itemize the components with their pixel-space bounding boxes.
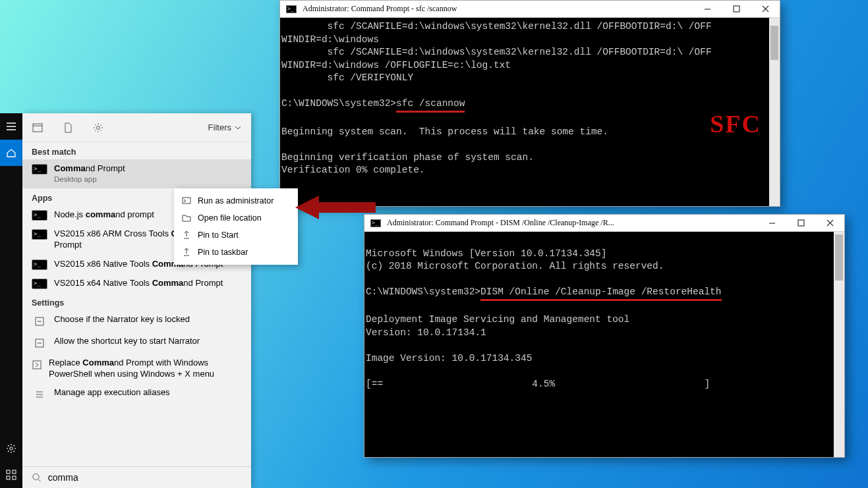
terminal-body[interactable]: sfc /SCANFILE=d:\windows\system32\kernel…	[280, 18, 780, 180]
svg-rect-9	[33, 361, 41, 369]
svg-rect-11	[183, 198, 190, 203]
svg-rect-1	[7, 470, 10, 474]
scrollbar[interactable]	[769, 18, 780, 206]
result-title: VS2015 x64 Native Tools Command Prompt	[54, 278, 223, 289]
svg-point-0	[10, 447, 13, 450]
apps-icon[interactable]	[0, 462, 22, 488]
cmd-icon	[32, 164, 47, 175]
dism-command: DISM /Online /Cleanup-Image /RestoreHeal…	[480, 286, 721, 301]
result-title: Node.js command prompt	[54, 209, 154, 221]
result-command-prompt[interactable]: Command Prompt Desktop app	[22, 159, 251, 188]
scroll-thumb[interactable]	[770, 26, 778, 60]
svg-rect-3	[7, 476, 10, 479]
window-title: Administrator: Command Prompt - sfc /sca…	[303, 3, 457, 14]
result-setting-replace-cmd[interactable]: Replace Command Prompt with Windows Powe…	[22, 354, 251, 384]
window-title: Administrator: Command Prompt - DISM /On…	[387, 217, 614, 228]
svg-point-6	[97, 126, 100, 129]
svg-rect-13	[734, 6, 739, 12]
result-title: Command Prompt	[54, 163, 125, 175]
apps-tab-icon[interactable]	[32, 122, 43, 134]
result-setting-narrator-lock[interactable]: Choose if the Narrator key is locked	[22, 310, 251, 332]
setting-icon	[32, 388, 47, 401]
annotation-arrow	[295, 193, 376, 222]
cmd-window-sfc: Administrator: Command Prompt - sfc /sca…	[279, 0, 780, 207]
home-icon[interactable]	[0, 140, 22, 166]
minimize-button[interactable]	[693, 1, 722, 18]
settings-tab-icon[interactable]	[92, 122, 104, 134]
pin-icon	[182, 230, 191, 240]
menu-icon[interactable]	[0, 113, 22, 140]
search-icon	[32, 472, 42, 483]
ctx-run-as-admin[interactable]: Run as administrator	[174, 192, 298, 209]
maximize-button[interactable]	[786, 215, 815, 232]
folder-icon	[182, 213, 191, 223]
filters-dropdown[interactable]: Filters	[208, 122, 242, 132]
scrollbar[interactable]	[834, 232, 844, 457]
svg-rect-4	[13, 476, 16, 479]
search-input[interactable]	[48, 472, 242, 483]
ctx-open-location[interactable]: Open file location	[174, 209, 298, 227]
svg-rect-5	[33, 124, 42, 132]
result-setting-aliases[interactable]: Manage app execution aliases	[22, 383, 251, 405]
pin-icon	[182, 248, 191, 257]
cmd-icon	[32, 210, 47, 221]
search-footer	[22, 466, 251, 488]
svg-marker-12	[295, 196, 376, 219]
ctx-pin-start[interactable]: Pin to Start	[174, 227, 298, 244]
svg-point-10	[33, 474, 39, 479]
result-app-vs-x64[interactable]: VS2015 x64 Native Tools Command Prompt	[22, 274, 251, 293]
search-tabs: Filters	[22, 113, 251, 142]
cmd-window-dism: Administrator: Command Prompt - DISM /On…	[364, 214, 845, 458]
documents-tab-icon[interactable]	[62, 122, 74, 134]
titlebar[interactable]: Administrator: Command Prompt - sfc /sca…	[280, 1, 780, 18]
result-title: Replace Command Prompt with Windows Powe…	[49, 358, 242, 380]
cmd-icon	[32, 279, 47, 289]
taskbar-sidebar	[0, 113, 22, 488]
cmd-icon	[32, 259, 47, 270]
terminal-body[interactable]: Microsoft Windows [Version 10.0.17134.34…	[364, 232, 844, 394]
scroll-thumb[interactable]	[835, 234, 843, 281]
section-best-match: Best match	[22, 142, 251, 159]
sfc-label: SFC	[710, 107, 761, 141]
sfc-command: sfc /scannow	[396, 97, 465, 113]
ctx-pin-taskbar[interactable]: Pin to taskbar	[174, 244, 298, 261]
svg-rect-2	[13, 470, 16, 474]
result-title: Allow the shortcut key to start Narrator	[54, 336, 200, 347]
svg-rect-14	[798, 220, 804, 226]
close-button[interactable]	[815, 215, 844, 232]
close-button[interactable]	[751, 1, 780, 18]
titlebar[interactable]: Administrator: Command Prompt - DISM /On…	[364, 215, 844, 232]
start-search-panel: Filters Best match Command Prompt Deskto…	[22, 113, 251, 488]
result-title: Manage app execution aliases	[54, 387, 170, 398]
cmd-icon	[284, 2, 299, 16]
section-settings: Settings	[22, 293, 251, 310]
cmd-icon	[32, 229, 47, 240]
admin-shield-icon	[182, 196, 191, 205]
maximize-button[interactable]	[722, 1, 751, 18]
gear-icon[interactable]	[0, 435, 22, 462]
setting-icon	[32, 337, 47, 350]
result-title: Choose if the Narrator key is locked	[54, 314, 190, 325]
result-subtitle: Desktop app	[54, 175, 125, 184]
minimize-button[interactable]	[757, 215, 786, 232]
filters-label: Filters	[208, 122, 231, 132]
setting-icon	[32, 315, 47, 328]
context-menu: Run as administrator Open file location …	[174, 188, 298, 265]
setting-icon	[32, 358, 42, 371]
result-setting-narrator-shortcut[interactable]: Allow the shortcut key to start Narrator	[22, 332, 251, 354]
